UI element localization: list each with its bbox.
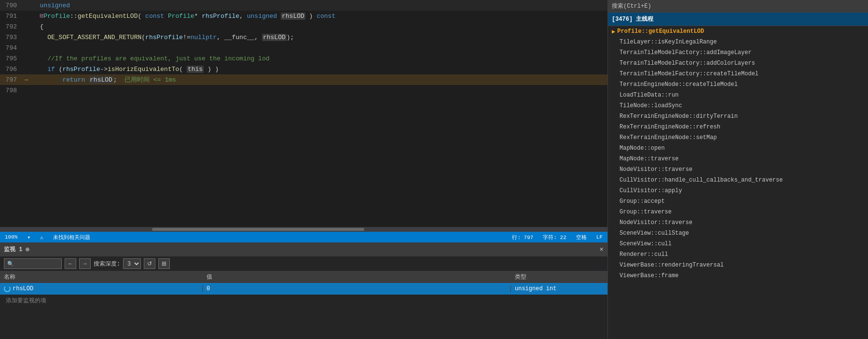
callstack-item-4[interactable]: TerrainTileModelFactory::createTileModel: [608, 69, 868, 79]
watch-search-input[interactable]: [16, 260, 55, 267]
watch-pin-icon[interactable]: ⊕: [25, 245, 29, 254]
callstack-item-17[interactable]: Group::traverse: [608, 207, 868, 217]
code-line-794: 794: [0, 42, 607, 53]
watch-depth-select[interactable]: 3 1 2 4 5: [123, 258, 141, 269]
callstack-item-19[interactable]: SceneView::cullStage: [608, 228, 868, 239]
line-content: OE_SOFT_ASSERT_AND_RETURN(rhsProfile!=nu…: [30, 34, 607, 41]
watch-table-button[interactable]: ⊞: [158, 258, 170, 269]
callstack-search-bar[interactable]: 搜索(Ctrl+E): [608, 0, 868, 13]
line-number: 798: [0, 87, 22, 94]
editor-scrollbar[interactable]: [0, 227, 607, 232]
refresh-icon: [4, 285, 11, 292]
line-content: unsigned: [30, 2, 607, 9]
callstack-item-2[interactable]: TerrainTileModelFactory::addImageLayer: [608, 47, 868, 58]
debug-arrow-icon: →: [22, 76, 30, 84]
callstack-item-13[interactable]: NodeVisitor::traverse: [608, 164, 868, 175]
callstack-items-list: ▶Profile::getEquivalentLODTileLayer::isK…: [608, 26, 868, 339]
callstack-item-3[interactable]: TerrainTileModelFactory::addColorLayers: [608, 58, 868, 69]
callstack-item-label: TileNode::loadSync: [620, 102, 682, 109]
line-number: 792: [0, 23, 22, 30]
encoding-info: LF: [596, 234, 603, 240]
zoom-level[interactable]: 100%: [5, 234, 17, 240]
callstack-item-14[interactable]: CullVisitor::handle_cull_callbacks_and_t…: [608, 175, 868, 185]
code-line-792: 792 {: [0, 21, 607, 32]
callstack-item-6[interactable]: LoadTileData::run: [608, 90, 868, 100]
watch-col-name-header: 名称: [0, 273, 203, 281]
callstack-item-5[interactable]: TerrainEngineNode::createTileModel: [608, 79, 868, 90]
callstack-item-label: RexTerrainEngineNode::setMap: [620, 134, 717, 141]
no-issues: ⚠: [40, 234, 43, 240]
watch-title: 监视 1: [4, 245, 22, 254]
main-layout: 790 unsigned791 ⊟Profile::getEquivalentL…: [0, 0, 868, 339]
callstack-item-label: Group::accept: [620, 198, 665, 205]
watch-col-type-header: 类型: [511, 273, 607, 281]
watch-depth-label: 搜索深度:: [94, 260, 120, 268]
line-number: 791: [0, 13, 22, 20]
line-number: 795: [0, 55, 22, 62]
status-divider: ▾: [27, 234, 30, 240]
callstack-item-10[interactable]: RexTerrainEngineNode::setMap: [608, 132, 868, 143]
callstack-title: [3476] 主线程: [612, 15, 653, 23]
line-number: 796: [0, 66, 22, 73]
spaces-info: 空格: [576, 234, 587, 241]
line-number: 797: [0, 76, 22, 84]
code-line-796: 796 if (rhsProfile->isHorizEquivalentTo(…: [0, 64, 607, 74]
callstack-item-label: TerrainTileModelFactory::addColorLayers: [620, 60, 755, 67]
callstack-item-label: CullVisitor::handle_cull_callbacks_and_t…: [620, 177, 783, 184]
watch-add-item[interactable]: 添加要监视的项: [0, 295, 607, 306]
line-number: 793: [0, 34, 22, 41]
callstack-item-label: Group::traverse: [620, 209, 672, 215]
callstack-search-label: 搜索(Ctrl+E): [612, 2, 651, 10]
watch-var-name: rhsLOD: [13, 285, 33, 292]
callstack-item-label: NodeVisitor::traverse: [620, 166, 692, 173]
callstack-item-22[interactable]: ViewerBase::renderingTraversal: [608, 260, 868, 270]
watch-close-button[interactable]: ×: [600, 246, 604, 254]
callstack-item-label: ViewerBase::frame: [620, 272, 678, 279]
callstack-item-16[interactable]: Group::accept: [608, 196, 868, 207]
line-content: if (rhsProfile->isHorizEquivalentTo( thi…: [30, 66, 607, 73]
callstack-item-18[interactable]: NodeVisitor::traverse: [608, 217, 868, 228]
watch-header: 监视 1 ⊕ ×: [0, 243, 607, 256]
watch-table: 名称 值 类型 rhsLOD 0 unsigned int 添加要监视的项: [0, 271, 607, 339]
line-content: ⊟Profile::getEquivalentLOD( const Profil…: [30, 12, 607, 20]
callstack-item-label: CullVisitor::apply: [620, 187, 682, 194]
callstack-item-21[interactable]: Renderer::cull: [608, 249, 868, 260]
watch-add-label: 添加要监视的项: [6, 297, 46, 305]
callstack-item-label: Renderer::cull: [620, 251, 668, 258]
no-issues-text: 未找到相关问题: [53, 234, 90, 241]
callstack-item-label: MapNode::open: [620, 145, 665, 152]
watch-nav-next[interactable]: →: [79, 258, 91, 269]
callstack-item-15[interactable]: CullVisitor::apply: [608, 185, 868, 196]
watch-nav-prev[interactable]: ←: [65, 258, 76, 269]
callstack-item-11[interactable]: MapNode::open: [608, 143, 868, 154]
callstack-active-arrow: ▶: [612, 28, 615, 35]
callstack-item-23[interactable]: ViewerBase::frame: [608, 270, 868, 281]
code-line-791: 791 ⊟Profile::getEquivalentLOD( const Pr…: [0, 11, 607, 21]
code-line-793: 793 OE_SOFT_ASSERT_AND_RETURN(rhsProfile…: [0, 32, 607, 42]
line-content: {: [30, 23, 607, 30]
code-line-795: 795 //If the profiles are equivalent, ju…: [0, 53, 607, 64]
callstack-item-1[interactable]: TileLayer::isKeyInLegalRange: [608, 37, 868, 47]
scrollbar-thumb[interactable]: [152, 228, 365, 231]
search-icon: 🔍: [7, 261, 14, 267]
callstack-item-label: LoadTileData::run: [620, 92, 678, 99]
callstack-item-0[interactable]: ▶Profile::getEquivalentLOD: [608, 26, 868, 37]
watch-search-box[interactable]: 🔍: [4, 258, 62, 269]
watch-row-rhslod[interactable]: rhsLOD 0 unsigned int: [0, 283, 607, 295]
code-editor: 790 unsigned791 ⊟Profile::getEquivalentL…: [0, 0, 607, 227]
callstack-item-label: TerrainTileModelFactory::createTileModel: [620, 71, 758, 77]
callstack-item-8[interactable]: RexTerrainEngineNode::dirtyTerrain: [608, 111, 868, 122]
row-info: 行: 797: [512, 234, 533, 241]
callstack-item-9[interactable]: RexTerrainEngineNode::refresh: [608, 122, 868, 132]
callstack-item-12[interactable]: MapNode::traverse: [608, 154, 868, 164]
watch-reeval-button[interactable]: ↺: [144, 258, 155, 269]
watch-toolbar: 🔍 ← → 搜索深度: 3 1 2 4 5 ↺ ⊞: [0, 256, 607, 271]
callstack-item-label: MapNode::traverse: [620, 155, 678, 162]
watch-row-name: rhsLOD: [0, 285, 203, 292]
status-bar: 100% ▾ ⚠ 未找到相关问题 行: 797 字符: 22 空格 LF: [0, 232, 607, 242]
callstack-item-label: ViewerBase::renderingTraversal: [620, 262, 724, 268]
line-content: //If the profiles are equivalent, just u…: [30, 55, 607, 62]
callstack-item-label: TerrainTileModelFactory::addImageLayer: [620, 49, 752, 56]
callstack-item-7[interactable]: TileNode::loadSync: [608, 100, 868, 111]
callstack-item-20[interactable]: SceneView::cull: [608, 239, 868, 249]
